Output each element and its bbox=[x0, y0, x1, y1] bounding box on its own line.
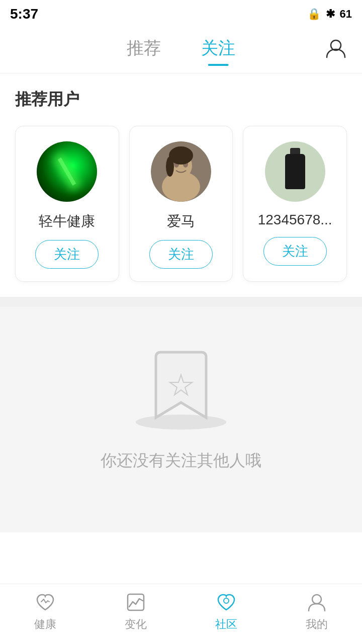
tab-follow[interactable]: 关注 bbox=[201, 37, 235, 65]
svg-rect-9 bbox=[128, 594, 144, 610]
nav-item-mine[interactable]: 我的 bbox=[287, 592, 347, 632]
nav-item-community[interactable]: 社区 bbox=[196, 592, 256, 632]
header: 推荐 关注 bbox=[0, 28, 362, 73]
svg-point-8 bbox=[166, 156, 174, 177]
nav-item-health[interactable]: 健康 bbox=[15, 592, 75, 632]
svg-point-4 bbox=[162, 172, 200, 202]
status-time: 5:37 bbox=[10, 6, 38, 22]
section-separator bbox=[0, 297, 362, 307]
status-right: 🔒 ✱ 61 bbox=[307, 8, 352, 21]
nav-label-health: 健康 bbox=[34, 617, 56, 632]
user-cards: 轻牛健康 关注 bbox=[0, 121, 362, 297]
user-profile-icon[interactable] bbox=[325, 37, 347, 64]
follow-btn-1[interactable]: 关注 bbox=[35, 240, 99, 269]
user-card-1: 轻牛健康 关注 bbox=[15, 126, 119, 282]
empty-state: 你还没有关注其他人哦 bbox=[0, 307, 362, 532]
change-icon bbox=[125, 592, 146, 613]
main-content: 推荐用户 轻牛健康 关注 bbox=[0, 73, 362, 584]
mine-icon bbox=[306, 592, 327, 613]
follow-btn-2[interactable]: 关注 bbox=[149, 240, 213, 269]
user-name-2: 爱马 bbox=[167, 212, 195, 231]
avatar-3 bbox=[265, 141, 325, 202]
svg-point-10 bbox=[224, 598, 229, 603]
status-bar: 5:37 🔒 ✱ 61 bbox=[0, 0, 362, 28]
section-title: 推荐用户 bbox=[0, 73, 362, 121]
bottom-nav: 健康 变化 社区 我的 bbox=[0, 584, 362, 644]
follow-btn-3[interactable]: 关注 bbox=[263, 237, 327, 266]
lock-icon: 🔒 bbox=[307, 8, 321, 21]
user-name-3: 12345678... bbox=[258, 212, 332, 228]
bluetooth-icon: ✱ bbox=[326, 8, 335, 21]
header-tabs: 推荐 关注 bbox=[127, 37, 235, 65]
avatar-2 bbox=[151, 141, 211, 202]
battery-text: 61 bbox=[340, 8, 352, 21]
user-name-1: 轻牛健康 bbox=[39, 212, 95, 231]
user-card-3: 12345678... 关注 bbox=[243, 126, 347, 282]
tab-recommend[interactable]: 推荐 bbox=[127, 37, 161, 65]
avatar-1 bbox=[37, 141, 97, 202]
svg-point-11 bbox=[312, 595, 321, 604]
empty-icon-wrap bbox=[151, 347, 211, 425]
recommended-section: 推荐用户 轻牛健康 关注 bbox=[0, 73, 362, 297]
nav-label-change: 变化 bbox=[125, 617, 147, 632]
nav-label-mine: 我的 bbox=[306, 617, 328, 632]
community-icon bbox=[216, 592, 237, 613]
empty-text: 你还没有关注其他人哦 bbox=[101, 450, 261, 472]
nav-label-community: 社区 bbox=[215, 617, 237, 632]
user-card-2: 爱马 关注 bbox=[129, 126, 233, 282]
nav-item-change[interactable]: 变化 bbox=[106, 592, 166, 632]
bookmark-icon bbox=[151, 347, 211, 423]
health-icon bbox=[35, 592, 56, 613]
